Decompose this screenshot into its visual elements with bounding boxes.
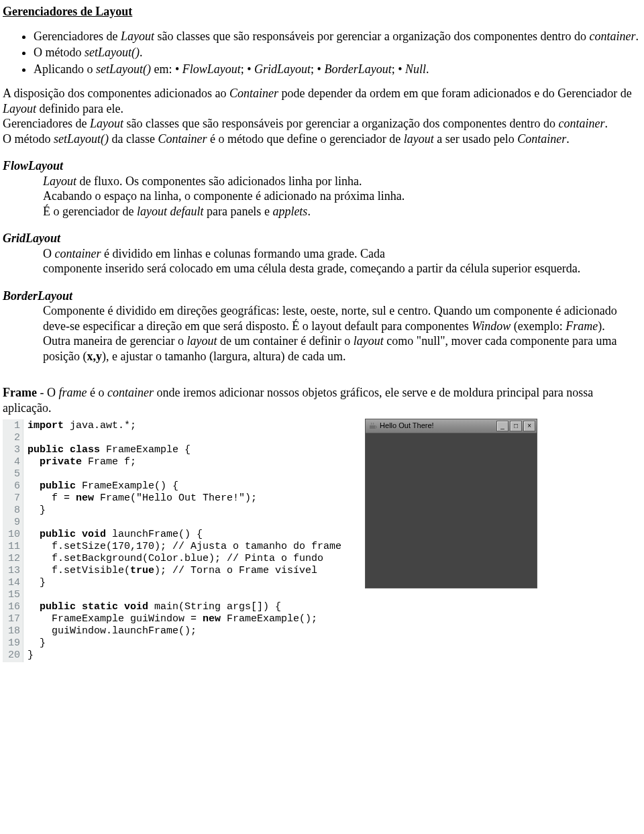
gridlayout-body: O container é dividido em linhas e colun… <box>3 246 641 276</box>
bullet-item-1: Gerenciadores de Layout são classes que … <box>34 29 641 44</box>
window-title: Hello Out There! <box>380 421 496 431</box>
maximize-button[interactable]: □ <box>510 421 522 431</box>
bottom-row: 1 2 3 4 5 6 7 8 9 10 11 12 13 14 15 16 1… <box>3 419 641 662</box>
paragraph-1: A disposição dos componentes adicionados… <box>3 86 641 116</box>
gridlayout-heading: GridLayout <box>3 231 641 246</box>
svg-rect-0 <box>370 425 375 429</box>
window-client-area <box>366 433 537 588</box>
example-window: Hello Out There! _ □ × <box>366 419 537 588</box>
close-button[interactable]: × <box>523 421 535 431</box>
bullet-item-3: Aplicando o setLayout() em: • FlowLayout… <box>34 62 641 77</box>
bullet-list: Gerenciadores de Layout são classes que … <box>3 29 641 77</box>
frame-paragraph: Frame - O frame é o container onde iremo… <box>3 385 641 415</box>
borderlayout-heading: BorderLayout <box>3 289 641 304</box>
window-titlebar[interactable]: Hello Out There! _ □ × <box>366 419 537 433</box>
flowlayout-heading: FlowLayout <box>3 158 641 174</box>
code-editor: 1 2 3 4 5 6 7 8 9 10 11 12 13 14 15 16 1… <box>3 419 345 662</box>
code-body: import java.awt.*; public class FrameExa… <box>23 419 345 662</box>
doc-title-text: Gerenciadores de Layout <box>3 5 132 18</box>
paragraph-3: O método setLayout() da classe Container… <box>3 132 641 147</box>
doc-title: Gerenciadores de Layout <box>3 4 641 19</box>
close-icon: × <box>527 422 531 431</box>
code-gutter: 1 2 3 4 5 6 7 8 9 10 11 12 13 14 15 16 1… <box>3 419 23 662</box>
minimize-icon: _ <box>500 422 504 431</box>
borderlayout-body: Componente é dividido em direções geográ… <box>3 303 641 364</box>
flowlayout-body: Layout de fluxo. Os componentes são adic… <box>3 174 641 219</box>
maximize-icon: □ <box>514 422 518 431</box>
paragraph-2: Gerenciadores de Layout são classes que … <box>3 116 641 132</box>
java-cup-icon <box>368 421 378 431</box>
minimize-button[interactable]: _ <box>496 421 508 431</box>
bullet-item-2: O método setLayout(). <box>34 45 641 60</box>
